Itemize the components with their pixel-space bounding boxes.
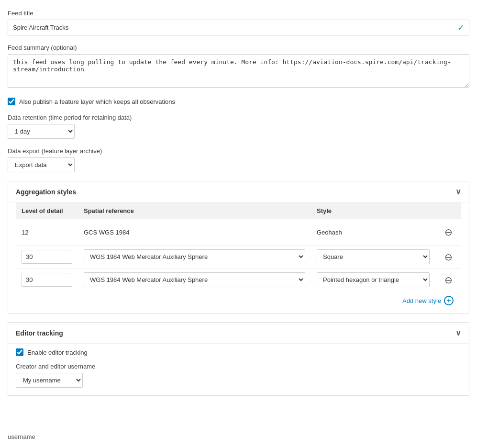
remove-row-1-button[interactable]: ⊖ <box>441 250 455 264</box>
editable-spatial-1-cell: WGS 1984 Web Mercator Auxiliary Sphere G… <box>78 246 311 269</box>
footer-username: username <box>8 433 35 440</box>
static-style: Geohash <box>311 219 435 246</box>
editable-lod-input-1[interactable] <box>22 250 72 264</box>
editable-action-2-cell: ⊖ <box>435 269 461 291</box>
remove-static-button[interactable]: ⊖ <box>441 225 455 239</box>
data-retention-section: Data retention (time period for retainin… <box>8 114 469 139</box>
editable-spatial-2-cell: WGS 1984 Web Mercator Auxiliary Sphere G… <box>78 269 311 291</box>
also-publish-label: Also publish a feature layer which keeps… <box>19 98 175 105</box>
col-header-lod: Level of detail <box>16 202 78 219</box>
editable-style-1-cell: Square Geohash Pointed hexagon or triang… <box>311 246 435 269</box>
also-publish-checkbox[interactable] <box>8 98 15 105</box>
creator-username-select[interactable]: My username Other <box>16 373 83 388</box>
table-row-editable-2: WGS 1984 Web Mercator Auxiliary Sphere G… <box>16 269 461 291</box>
aggregation-body: Level of detail Spatial reference Style … <box>8 202 469 313</box>
aggregation-table: Level of detail Spatial reference Style … <box>16 202 461 291</box>
aggregation-chevron: ∨ <box>455 187 461 196</box>
editor-tracking-section: Editor tracking ∨ Enable editor tracking… <box>8 322 469 396</box>
feed-title-checkmark: ✓ <box>457 22 465 33</box>
editor-tracking-title: Editor tracking <box>16 329 63 337</box>
enable-tracking-label: Enable editor tracking <box>27 349 88 356</box>
feed-title-wrapper: ✓ <box>8 20 469 35</box>
static-action: ⊖ <box>435 219 461 246</box>
feed-title-input[interactable] <box>8 20 469 35</box>
enable-tracking-checkbox[interactable] <box>16 348 23 356</box>
data-export-select[interactable]: Export data No export <box>8 157 75 172</box>
aggregation-section: Aggregation styles ∨ Level of detail Spa… <box>8 181 469 314</box>
data-export-section: Data export (feature layer archive) Expo… <box>8 147 469 172</box>
editable-lod-input-2[interactable] <box>22 273 72 287</box>
editable-action-1-cell: ⊖ <box>435 246 461 269</box>
table-row-static: 12 GCS WGS 1984 Geohash ⊖ <box>16 219 461 246</box>
also-publish-section: Also publish a feature layer which keeps… <box>8 98 469 105</box>
add-new-style-row[interactable]: Add new style + <box>16 291 461 305</box>
static-spatial: GCS WGS 1984 <box>78 219 311 246</box>
editable-lod-1-cell <box>16 246 78 269</box>
table-header-row: Level of detail Spatial reference Style <box>16 202 461 219</box>
feed-title-label: Feed title <box>8 10 469 17</box>
editable-style-select-2[interactable]: Square Geohash Pointed hexagon or triang… <box>317 272 430 287</box>
creator-username-label: Creator and editor username <box>16 363 461 370</box>
editable-style-select-1[interactable]: Square Geohash Pointed hexagon or triang… <box>317 249 430 264</box>
col-header-style: Style <box>311 202 435 219</box>
feed-summary-input[interactable] <box>8 54 469 88</box>
aggregation-title: Aggregation styles <box>16 188 76 196</box>
aggregation-header[interactable]: Aggregation styles ∨ <box>8 181 469 202</box>
also-publish-row: Also publish a feature layer which keeps… <box>8 98 469 105</box>
editable-spatial-select-1[interactable]: WGS 1984 Web Mercator Auxiliary Sphere G… <box>84 249 305 264</box>
editable-lod-2-cell <box>16 269 78 291</box>
add-new-style-icon: + <box>444 296 454 305</box>
data-export-label: Data export (feature layer archive) <box>8 147 469 155</box>
editor-tracking-body: Enable editor tracking Creator and edito… <box>8 343 469 395</box>
editable-style-2-cell: Square Geohash Pointed hexagon or triang… <box>311 269 435 291</box>
data-retention-select[interactable]: 1 day 7 days 30 days 90 days 1 year <box>8 124 75 139</box>
feed-summary-label: Feed summary (optional) <box>8 44 469 51</box>
static-lod: 12 <box>16 219 78 246</box>
add-new-style-label: Add new style <box>402 297 441 304</box>
data-retention-label: Data retention (time period for retainin… <box>8 114 469 121</box>
col-header-action <box>435 202 461 219</box>
feed-title-section: Feed title ✓ <box>8 10 469 35</box>
feed-summary-section: Feed summary (optional) <box>8 44 469 89</box>
creator-username-section: Creator and editor username My username … <box>16 363 461 388</box>
col-header-spatial: Spatial reference <box>78 202 311 219</box>
editor-tracking-header[interactable]: Editor tracking ∨ <box>8 323 469 343</box>
editable-spatial-select-2[interactable]: WGS 1984 Web Mercator Auxiliary Sphere G… <box>84 272 305 287</box>
table-row-editable-1: WGS 1984 Web Mercator Auxiliary Sphere G… <box>16 246 461 269</box>
enable-tracking-row: Enable editor tracking <box>16 348 461 356</box>
remove-row-2-button[interactable]: ⊖ <box>441 273 455 287</box>
editor-tracking-chevron: ∨ <box>455 328 461 337</box>
